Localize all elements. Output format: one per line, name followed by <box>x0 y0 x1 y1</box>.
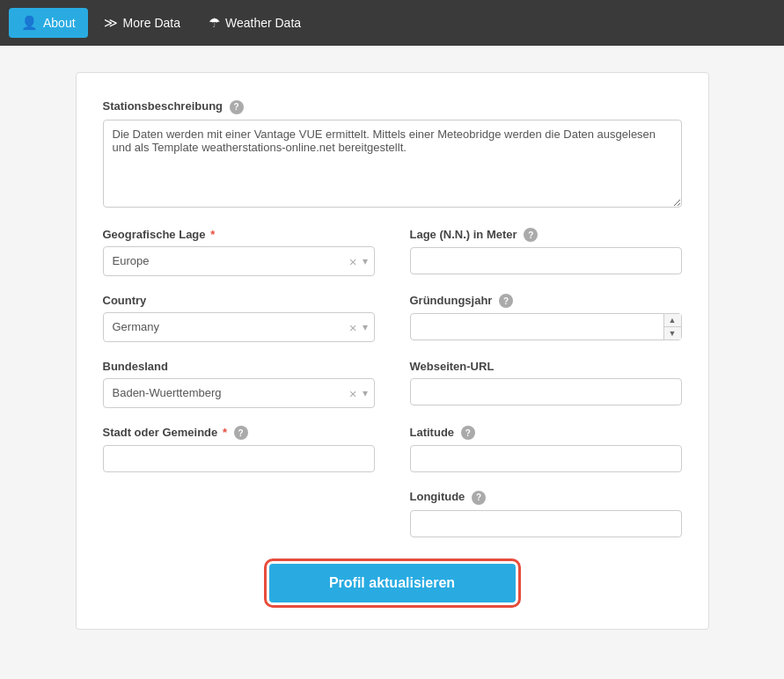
country-col: Country Germany × ▾ <box>103 294 375 342</box>
station-desc-group: Stationsbeschreibung ? Die Daten werden … <box>103 99 682 210</box>
more-data-icon: ≫ <box>104 15 118 31</box>
latitude-col: Latitude ? 49.01188 <box>410 426 682 473</box>
country-label: Country <box>103 294 375 307</box>
website-input[interactable]: https://test-wetterstation.de/davis-vant… <box>410 378 682 405</box>
founding-year-input[interactable]: 2016 <box>410 313 682 340</box>
longitude-help-icon[interactable]: ? <box>472 491 486 505</box>
city-col: Stadt oder Gemeinde * ? Karlsruhe <box>103 426 375 473</box>
geo-location-col: Geografische Lage * Europe × ▾ <box>103 228 375 276</box>
station-desc-help-icon[interactable]: ? <box>230 100 244 114</box>
latitude-label: Latitude ? <box>410 426 682 441</box>
user-icon: 👤 <box>21 15 38 31</box>
bundesland-select-wrapper: Baden-Wuerttemberg × ▾ <box>103 378 375 408</box>
altitude-input[interactable]: 115 <box>410 247 682 274</box>
founding-year-help-icon[interactable]: ? <box>499 294 513 308</box>
website-col: Webseiten-URL https://test-wetterstation… <box>410 360 682 408</box>
more-data-nav-label: More Data <box>123 16 180 30</box>
country-select[interactable]: Germany <box>103 312 375 342</box>
form-row-1: Geografische Lage * Europe × ▾ Lage (N.N… <box>103 228 682 276</box>
founding-year-col: Gründungsjahr ? 2016 ▲ ▼ <box>410 294 682 342</box>
weather-data-nav-button[interactable]: ☂ Weather Data <box>196 8 313 38</box>
station-desc-label: Stationsbeschreibung ? <box>103 99 682 114</box>
geo-location-label: Geografische Lage * <box>103 228 375 241</box>
bundesland-label: Bundesland <box>103 360 375 373</box>
longitude-input[interactable]: 8.40839 <box>410 510 682 537</box>
weather-data-nav-label: Weather Data <box>225 16 301 30</box>
main-content: Stationsbeschreibung ? Die Daten werden … <box>58 72 727 630</box>
city-help-icon[interactable]: ? <box>234 426 248 440</box>
bundesland-actions: × ▾ <box>349 386 368 399</box>
longitude-label: Longitude ? <box>410 490 682 505</box>
bundesland-col: Bundesland Baden-Wuerttemberg × ▾ <box>103 360 375 408</box>
country-actions: × ▾ <box>349 320 368 333</box>
about-nav-label: About <box>43 16 76 30</box>
founding-year-spinner-wrapper: 2016 ▲ ▼ <box>410 313 682 340</box>
form-row-2: Country Germany × ▾ Gründungsjahr ? <box>103 294 682 342</box>
founding-year-spinner-arrows: ▲ ▼ <box>663 314 681 340</box>
altitude-label: Lage (N.N.) in Meter ? <box>410 228 682 243</box>
form-row-5: Longitude ? 8.40839 <box>103 490 682 537</box>
empty-col <box>103 490 375 537</box>
city-label: Stadt oder Gemeinde * ? <box>103 426 375 441</box>
geo-location-select-wrapper: Europe × ▾ <box>103 246 375 276</box>
founding-year-label: Gründungsjahr ? <box>410 294 682 309</box>
city-input[interactable]: Karlsruhe <box>103 445 375 472</box>
latitude-help-icon[interactable]: ? <box>461 426 475 440</box>
more-data-nav-button[interactable]: ≫ More Data <box>92 8 193 38</box>
station-desc-textarea[interactable]: Die Daten werden mit einer Vantage VUE e… <box>103 120 682 208</box>
geo-location-value: Europe <box>113 254 150 267</box>
geo-location-required: * <box>210 228 215 241</box>
geo-location-actions: × ▾ <box>349 254 368 267</box>
bundesland-chevron-icon[interactable]: ▾ <box>363 387 368 399</box>
form-row-4: Stadt oder Gemeinde * ? Karlsruhe Latitu… <box>103 426 682 473</box>
city-required: * <box>223 426 227 439</box>
altitude-help-icon[interactable]: ? <box>524 228 538 242</box>
founding-year-spinner-up[interactable]: ▲ <box>664 314 681 327</box>
bundesland-value: Baden-Wuerttemberg <box>113 386 222 399</box>
bundesland-select[interactable]: Baden-Wuerttemberg <box>103 378 375 408</box>
geo-location-clear-icon[interactable]: × <box>349 254 357 267</box>
country-clear-icon[interactable]: × <box>349 320 357 333</box>
bundesland-clear-icon[interactable]: × <box>349 386 357 399</box>
form-section: Stationsbeschreibung ? Die Daten werden … <box>76 72 709 630</box>
website-label: Webseiten-URL <box>410 360 682 373</box>
weather-icon: ☂ <box>209 15 220 31</box>
longitude-col: Longitude ? 8.40839 <box>410 490 682 537</box>
latitude-input[interactable]: 49.01188 <box>410 445 682 472</box>
navbar: 👤 About ≫ More Data ☂ Weather Data <box>0 0 784 46</box>
geo-location-chevron-icon[interactable]: ▾ <box>363 255 368 267</box>
about-nav-button[interactable]: 👤 About <box>9 8 88 38</box>
country-chevron-icon[interactable]: ▾ <box>363 321 368 333</box>
country-select-wrapper: Germany × ▾ <box>103 312 375 342</box>
founding-year-spinner-down[interactable]: ▼ <box>664 327 681 340</box>
geo-location-select[interactable]: Europe <box>103 246 375 276</box>
altitude-col: Lage (N.N.) in Meter ? 115 <box>410 228 682 276</box>
form-row-3: Bundesland Baden-Wuerttemberg × ▾ Websei… <box>103 360 682 408</box>
country-value: Germany <box>113 320 159 333</box>
update-button[interactable]: Profil aktualisieren <box>269 564 516 602</box>
